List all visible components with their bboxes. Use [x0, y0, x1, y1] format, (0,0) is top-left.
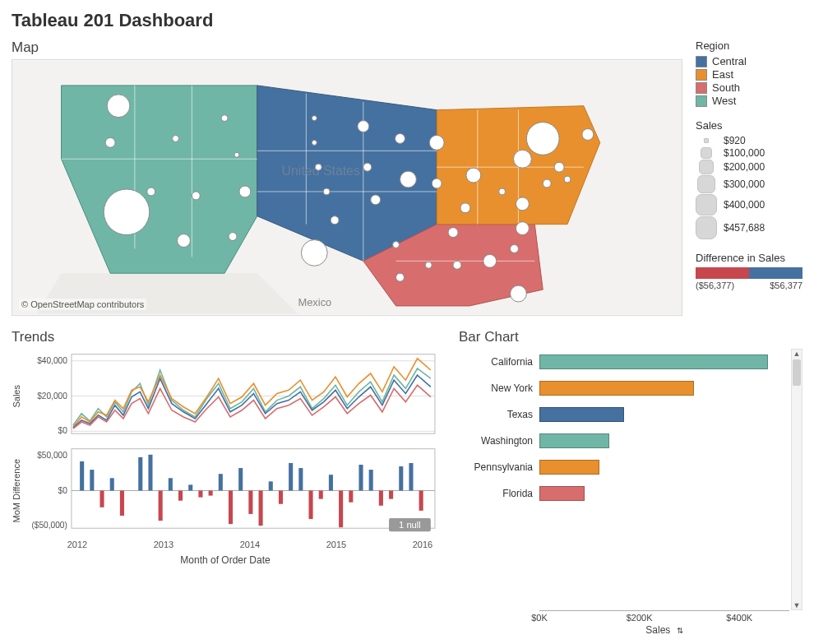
bubble-washington[interactable] — [107, 95, 130, 118]
bubble-wyoming[interactable] — [234, 152, 239, 157]
swatch-icon — [696, 69, 707, 81]
bubble-utah[interactable] — [192, 192, 200, 200]
legend-region-title: Region — [696, 39, 802, 52]
size-glyph-icon — [697, 175, 715, 193]
svg-rect-53 — [339, 491, 343, 528]
map-attribution: © OpenStreetMap contributors — [19, 299, 146, 310]
bar-row-label: Texas — [459, 409, 539, 420]
legend-size-label: $300,000 — [724, 178, 765, 190]
bubble-arizona[interactable] — [178, 234, 191, 248]
svg-rect-24 — [80, 461, 84, 491]
legend-region-east[interactable]: East — [696, 68, 802, 81]
legend-region-label: East — [712, 68, 733, 81]
barchart-scrollbar[interactable]: ▲ ▼ — [791, 349, 802, 610]
bubble-ndakota[interactable] — [312, 116, 317, 121]
bar-row[interactable]: Pennsylvania — [459, 454, 789, 480]
bar-row[interactable]: Washington — [459, 428, 789, 454]
swatch-icon — [696, 56, 707, 67]
bubble-mass[interactable] — [582, 129, 594, 141]
bar-track — [539, 486, 789, 501]
bubble-missouri[interactable] — [371, 195, 381, 205]
legend-region-south[interactable]: South — [696, 81, 802, 94]
bubble-wisconsin[interactable] — [395, 133, 405, 143]
bubble-oklahoma[interactable] — [331, 216, 339, 225]
bubble-newmexico[interactable] — [229, 233, 237, 241]
bubble-arkansas[interactable] — [393, 242, 400, 248]
bubble-indiana[interactable] — [432, 178, 442, 188]
trends-diff-chart[interactable]: ($50,000) $0 $50,000 — [21, 443, 439, 538]
bubble-virginia[interactable] — [516, 197, 529, 211]
sort-descending-icon[interactable]: ⇅ — [677, 626, 683, 635]
bottom-row: Trends Sales $0 $20,000 $40,000 — [12, 329, 802, 636]
bubble-kansas[interactable] — [323, 188, 330, 195]
bubble-alabama[interactable] — [453, 261, 461, 269]
legend-size-label: $400,000 — [724, 199, 765, 211]
svg-text:$0: $0 — [58, 486, 68, 495]
bubble-kentucky[interactable] — [460, 203, 470, 213]
bubble-illinois[interactable] — [400, 171, 417, 188]
bubble-iowa[interactable] — [363, 163, 372, 171]
bar-row[interactable]: Florida — [459, 480, 789, 507]
bubble-ncarolina[interactable] — [516, 222, 529, 235]
bubble-mississippi[interactable] — [425, 262, 432, 268]
bubble-nj[interactable] — [554, 162, 564, 172]
bubble-penn[interactable] — [514, 150, 532, 168]
bubble-california[interactable] — [104, 189, 150, 235]
bar-row[interactable]: Texas — [459, 401, 789, 428]
svg-rect-36 — [329, 475, 333, 490]
bubble-nebraska[interactable] — [315, 164, 321, 170]
svg-rect-31 — [219, 474, 223, 490]
bar-row[interactable]: California — [459, 349, 789, 375]
null-indicator-group[interactable]: 1 null — [389, 518, 431, 531]
svg-rect-57 — [419, 491, 423, 511]
barchart-panel: Bar Chart CaliforniaNew YorkTexasWashing… — [459, 329, 802, 636]
bubble-oregon[interactable] — [105, 137, 115, 147]
svg-rect-56 — [389, 491, 393, 499]
diff-high: $56,377 — [770, 280, 802, 290]
svg-text:2013: 2013 — [154, 540, 173, 549]
bar-track — [539, 407, 789, 422]
bubble-florida[interactable] — [511, 285, 527, 302]
bubble-tennessee[interactable] — [448, 228, 458, 238]
bubble-louisiana[interactable] — [396, 273, 405, 281]
size-glyph-icon — [696, 216, 717, 239]
bubble-ohio[interactable] — [466, 168, 481, 183]
bar-row[interactable]: New York — [459, 375, 789, 401]
scroll-up-icon[interactable]: ▲ — [792, 350, 802, 358]
bubble-delaware[interactable] — [564, 176, 571, 183]
bubble-newyork[interactable] — [526, 123, 559, 155]
legend-region-block: Region CentralEastSouthWest — [696, 39, 802, 108]
legend-column: Region CentralEastSouthWest Sales $920$1… — [696, 39, 802, 316]
svg-rect-47 — [229, 491, 233, 525]
svg-rect-28 — [148, 455, 152, 491]
bar-track — [539, 433, 789, 448]
bubble-idaho[interactable] — [173, 135, 179, 141]
legend-region-west[interactable]: West — [696, 95, 802, 107]
legend-region-central[interactable]: Central — [696, 55, 802, 67]
trends-sales-chart[interactable]: $0 $20,000 $40,000 — [21, 349, 439, 443]
legend-size-row: $457,688 — [696, 216, 802, 239]
mexico-label: Mexico — [298, 296, 331, 308]
bubble-colorado[interactable] — [239, 186, 251, 197]
bubble-michigan[interactable] — [429, 135, 444, 150]
bubble-georgia[interactable] — [483, 254, 497, 267]
bubble-md[interactable] — [543, 179, 551, 188]
bubble-minnesota[interactable] — [358, 121, 369, 132]
bubble-scarolina[interactable] — [511, 244, 519, 253]
svg-text:$0: $0 — [58, 426, 68, 435]
bubble-texas[interactable] — [301, 240, 327, 266]
us-map: Mexico — [12, 60, 682, 315]
legend-size-row: $100,000 — [696, 147, 802, 159]
legend-sales-title: Sales — [696, 119, 802, 132]
barchart-axis-title-text: Sales — [645, 624, 670, 636]
bubble-montana[interactable] — [221, 115, 228, 122]
svg-rect-44 — [178, 491, 183, 501]
scroll-thumb[interactable] — [793, 359, 801, 386]
bubble-wvirginia[interactable] — [499, 188, 506, 195]
scroll-down-icon[interactable]: ▼ — [792, 601, 802, 609]
bubble-sdakota[interactable] — [312, 140, 317, 145]
map-viewport[interactable]: Mexico — [12, 59, 682, 316]
svg-rect-49 — [259, 491, 263, 526]
bubble-nevada[interactable] — [147, 188, 155, 196]
svg-rect-37 — [358, 465, 363, 490]
